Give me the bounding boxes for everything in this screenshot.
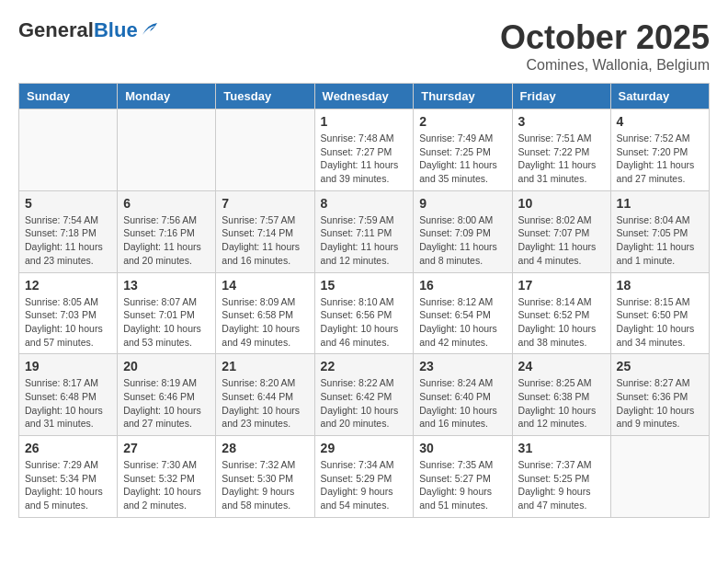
day-number: 22: [321, 359, 408, 373]
day-number: 4: [617, 114, 703, 129]
col-tuesday: Tuesday: [216, 84, 314, 109]
day-info: Sunrise: 8:05 AMSunset: 7:03 PMDaylight:…: [25, 295, 111, 350]
day-info: Sunrise: 7:35 AMSunset: 5:27 PMDaylight:…: [419, 458, 506, 512]
day-number: 16: [419, 278, 506, 293]
day-info: Sunrise: 8:22 AMSunset: 6:42 PMDaylight:…: [321, 376, 408, 431]
day-info: Sunrise: 8:17 AMSunset: 6:48 PMDaylight:…: [25, 376, 111, 431]
table-row: 5Sunrise: 7:54 AMSunset: 7:18 PMDaylight…: [19, 190, 118, 272]
day-number: 12: [25, 278, 111, 293]
calendar-week-row: 1Sunrise: 7:48 AMSunset: 7:27 PMDaylight…: [19, 109, 710, 191]
day-number: 25: [617, 359, 703, 373]
page-title: October 2025: [500, 18, 710, 57]
col-thursday: Thursday: [414, 84, 512, 109]
day-info: Sunrise: 8:20 AMSunset: 6:44 PMDaylight:…: [222, 376, 308, 431]
col-monday: Monday: [118, 84, 216, 109]
day-number: 15: [321, 278, 408, 293]
day-number: 20: [123, 359, 210, 373]
table-row: 1Sunrise: 7:48 AMSunset: 7:27 PMDaylight…: [314, 109, 414, 191]
day-number: 27: [123, 441, 210, 455]
table-row: 27Sunrise: 7:30 AMSunset: 5:32 PMDayligh…: [118, 436, 216, 518]
day-info: Sunrise: 8:00 AMSunset: 7:09 PMDaylight:…: [419, 213, 506, 268]
table-row: 12Sunrise: 8:05 AMSunset: 7:03 PMDayligh…: [19, 272, 118, 354]
day-info: Sunrise: 8:14 AMSunset: 6:52 PMDaylight:…: [518, 295, 605, 350]
table-row: 29Sunrise: 7:34 AMSunset: 5:29 PMDayligh…: [314, 436, 414, 518]
day-info: Sunrise: 7:56 AMSunset: 7:16 PMDaylight:…: [123, 213, 210, 268]
table-row: [19, 109, 118, 191]
day-number: 9: [419, 196, 506, 211]
calendar-week-row: 5Sunrise: 7:54 AMSunset: 7:18 PMDaylight…: [19, 190, 710, 272]
table-row: 25Sunrise: 8:27 AMSunset: 6:36 PMDayligh…: [610, 354, 709, 436]
table-row: 30Sunrise: 7:35 AMSunset: 5:27 PMDayligh…: [414, 436, 512, 518]
table-row: 14Sunrise: 8:09 AMSunset: 6:58 PMDayligh…: [216, 272, 314, 354]
table-row: 31Sunrise: 7:37 AMSunset: 5:25 PMDayligh…: [512, 436, 610, 518]
col-wednesday: Wednesday: [314, 84, 414, 109]
day-number: 14: [222, 278, 308, 293]
day-info: Sunrise: 7:48 AMSunset: 7:27 PMDaylight:…: [321, 132, 408, 186]
day-number: 10: [518, 196, 605, 211]
table-row: 4Sunrise: 7:52 AMSunset: 7:20 PMDaylight…: [610, 109, 709, 191]
table-row: 28Sunrise: 7:32 AMSunset: 5:30 PMDayligh…: [216, 436, 314, 518]
table-row: 16Sunrise: 8:12 AMSunset: 6:54 PMDayligh…: [414, 272, 512, 354]
day-number: 19: [25, 359, 111, 373]
table-row: [610, 436, 709, 518]
table-row: 23Sunrise: 8:24 AMSunset: 6:40 PMDayligh…: [414, 354, 512, 436]
page-header: General Blue October 2025 Comines, Wallo…: [18, 18, 710, 74]
day-info: Sunrise: 7:59 AMSunset: 7:11 PMDaylight:…: [321, 213, 408, 268]
day-number: 5: [25, 196, 111, 211]
calendar-header-row: Sunday Monday Tuesday Wednesday Thursday…: [19, 84, 710, 109]
table-row: 24Sunrise: 8:25 AMSunset: 6:38 PMDayligh…: [512, 354, 610, 436]
day-number: 18: [617, 278, 703, 293]
day-info: Sunrise: 7:57 AMSunset: 7:14 PMDaylight:…: [222, 213, 308, 268]
day-number: 24: [518, 359, 605, 373]
table-row: 13Sunrise: 8:07 AMSunset: 7:01 PMDayligh…: [118, 272, 216, 354]
calendar-table: Sunday Monday Tuesday Wednesday Thursday…: [18, 83, 710, 518]
table-row: 17Sunrise: 8:14 AMSunset: 6:52 PMDayligh…: [512, 272, 610, 354]
day-info: Sunrise: 7:34 AMSunset: 5:29 PMDaylight:…: [321, 458, 408, 512]
table-row: 2Sunrise: 7:49 AMSunset: 7:25 PMDaylight…: [414, 109, 512, 191]
day-number: 28: [222, 441, 308, 455]
day-info: Sunrise: 8:07 AMSunset: 7:01 PMDaylight:…: [123, 295, 210, 350]
table-row: 22Sunrise: 8:22 AMSunset: 6:42 PMDayligh…: [314, 354, 414, 436]
table-row: 9Sunrise: 8:00 AMSunset: 7:09 PMDaylight…: [414, 190, 512, 272]
day-info: Sunrise: 8:27 AMSunset: 6:36 PMDaylight:…: [617, 376, 703, 431]
table-row: 3Sunrise: 7:51 AMSunset: 7:22 PMDaylight…: [512, 109, 610, 191]
table-row: 20Sunrise: 8:19 AMSunset: 6:46 PMDayligh…: [118, 354, 216, 436]
logo: General Blue: [18, 18, 159, 42]
day-number: 1: [321, 114, 408, 129]
day-number: 7: [222, 196, 308, 211]
day-number: 8: [321, 196, 408, 211]
day-number: 23: [419, 359, 506, 373]
day-number: 30: [419, 441, 506, 455]
table-row: 18Sunrise: 8:15 AMSunset: 6:50 PMDayligh…: [610, 272, 709, 354]
table-row: 26Sunrise: 7:29 AMSunset: 5:34 PMDayligh…: [19, 436, 118, 518]
day-number: 2: [419, 114, 506, 129]
day-number: 6: [123, 196, 210, 211]
table-row: 19Sunrise: 8:17 AMSunset: 6:48 PMDayligh…: [19, 354, 118, 436]
day-info: Sunrise: 7:52 AMSunset: 7:20 PMDaylight:…: [617, 132, 703, 186]
calendar-week-row: 12Sunrise: 8:05 AMSunset: 7:03 PMDayligh…: [19, 272, 710, 354]
day-info: Sunrise: 8:24 AMSunset: 6:40 PMDaylight:…: [419, 376, 506, 431]
day-number: 26: [25, 441, 111, 455]
day-number: 31: [518, 441, 605, 455]
day-info: Sunrise: 8:09 AMSunset: 6:58 PMDaylight:…: [222, 295, 308, 350]
day-info: Sunrise: 7:37 AMSunset: 5:25 PMDaylight:…: [518, 458, 605, 512]
table-row: 11Sunrise: 8:04 AMSunset: 7:05 PMDayligh…: [610, 190, 709, 272]
day-info: Sunrise: 8:02 AMSunset: 7:07 PMDaylight:…: [518, 213, 605, 268]
col-saturday: Saturday: [610, 84, 709, 109]
calendar-week-row: 19Sunrise: 8:17 AMSunset: 6:48 PMDayligh…: [19, 354, 710, 436]
day-info: Sunrise: 8:04 AMSunset: 7:05 PMDaylight:…: [617, 213, 703, 268]
calendar-week-row: 26Sunrise: 7:29 AMSunset: 5:34 PMDayligh…: [19, 436, 710, 518]
day-info: Sunrise: 8:19 AMSunset: 6:46 PMDaylight:…: [123, 376, 210, 431]
table-row: [118, 109, 216, 191]
table-row: [216, 109, 314, 191]
table-row: 8Sunrise: 7:59 AMSunset: 7:11 PMDaylight…: [314, 190, 414, 272]
table-row: 10Sunrise: 8:02 AMSunset: 7:07 PMDayligh…: [512, 190, 610, 272]
title-block: October 2025 Comines, Wallonia, Belgium: [500, 18, 710, 74]
logo-bird-icon: [141, 22, 159, 37]
day-info: Sunrise: 7:54 AMSunset: 7:18 PMDaylight:…: [25, 213, 111, 268]
day-info: Sunrise: 7:51 AMSunset: 7:22 PMDaylight:…: [518, 132, 605, 186]
col-sunday: Sunday: [19, 84, 118, 109]
table-row: 21Sunrise: 8:20 AMSunset: 6:44 PMDayligh…: [216, 354, 314, 436]
day-number: 17: [518, 278, 605, 293]
day-info: Sunrise: 7:29 AMSunset: 5:34 PMDaylight:…: [25, 458, 111, 512]
